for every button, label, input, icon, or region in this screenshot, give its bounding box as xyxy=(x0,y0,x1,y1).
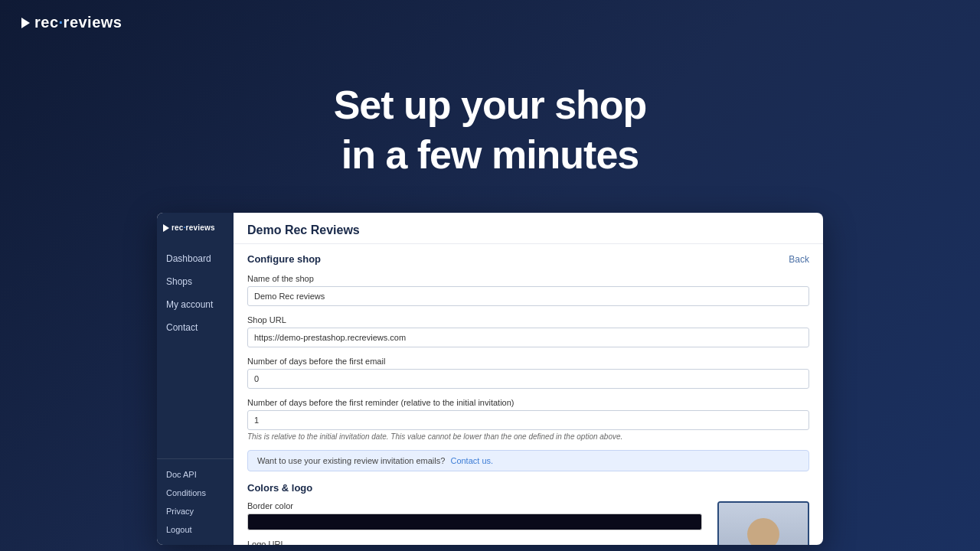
rec-label: rec xyxy=(34,14,59,31)
logo-url-group: Logo URL xyxy=(247,540,702,545)
colors-left: Border color Logo URL xyxy=(247,501,702,545)
days-reminder-group: Number of days before the first reminder… xyxy=(247,398,809,441)
play-icon xyxy=(21,18,30,28)
shop-url-label: Shop URL xyxy=(247,315,809,324)
info-banner: Want to use your existing review invitat… xyxy=(247,450,809,471)
sidebar-item-shops[interactable]: Shops xyxy=(157,270,234,293)
colors-section-title: Colors & logo xyxy=(247,482,809,494)
shop-url-group: Shop URL xyxy=(247,315,809,347)
days-first-email-label: Number of days before the first email xyxy=(247,357,809,366)
hero-section: Set up your shop in a few minutes xyxy=(0,80,980,180)
border-color-label: Border color xyxy=(247,501,702,510)
shop-name-group: Name of the shop xyxy=(247,274,809,306)
section-title: Configure shop xyxy=(247,253,321,265)
shop-name-label: Name of the shop xyxy=(247,274,809,283)
main-body: Configure shop Back Name of the shop Sho… xyxy=(234,244,823,545)
back-link[interactable]: Back xyxy=(789,254,809,265)
brand-logo: rec·reviews xyxy=(21,14,122,31)
sidebar-item-conditions[interactable]: Conditions xyxy=(157,484,234,502)
shop-url-input[interactable] xyxy=(247,328,809,347)
section-header: Configure shop Back xyxy=(247,253,809,265)
info-banner-text: Want to use your existing review invitat… xyxy=(257,456,445,465)
sidebar-item-my-account[interactable]: My account xyxy=(157,293,234,316)
sidebar-play-icon xyxy=(163,224,169,232)
sidebar-bottom: Doc API Conditions Privacy Logout xyxy=(157,458,234,545)
top-bar: rec·reviews xyxy=(0,0,980,45)
reminder-helper-text: This is relative to the initial invitati… xyxy=(247,432,809,441)
sidebar-item-dashboard[interactable]: Dashboard xyxy=(157,247,234,270)
logo-url-label: Logo URL xyxy=(247,540,702,545)
days-reminder-label: Number of days before the first reminder… xyxy=(247,398,809,407)
colors-logo-wrapper: Border color Logo URL xyxy=(247,501,809,545)
sidebar-item-doc-api[interactable]: Doc API xyxy=(157,465,234,484)
sidebar-item-contact[interactable]: Contact xyxy=(157,316,234,339)
sidebar: rec·reviews Dashboard Shops My account C… xyxy=(157,213,234,545)
sidebar-brand-name: rec·reviews xyxy=(172,223,215,232)
border-color-group: Border color xyxy=(247,501,702,530)
brand-name: rec·reviews xyxy=(34,14,122,31)
sidebar-logo: rec·reviews xyxy=(157,213,234,240)
border-color-swatch[interactable] xyxy=(247,514,702,530)
sidebar-item-privacy[interactable]: Privacy xyxy=(157,502,234,520)
sidebar-item-logout[interactable]: Logout xyxy=(157,520,234,539)
reviews-label: reviews xyxy=(64,14,122,31)
person-head xyxy=(747,518,779,545)
days-first-email-group: Number of days before the first email xyxy=(247,357,809,389)
logo-preview-container: 10.10.2023 - John D. xyxy=(717,501,809,545)
main-content: Demo Rec Reviews Configure shop Back Nam… xyxy=(234,213,823,545)
days-first-email-input[interactable] xyxy=(247,369,809,389)
person-silhouette xyxy=(719,503,808,545)
contact-link[interactable]: Contact us. xyxy=(450,456,493,465)
main-title: Demo Rec Reviews xyxy=(247,223,360,237)
app-window: rec·reviews Dashboard Shops My account C… xyxy=(157,213,823,545)
days-reminder-input[interactable] xyxy=(247,410,809,430)
shop-name-input[interactable] xyxy=(247,286,809,306)
hero-line1: Set up your shop xyxy=(0,80,980,130)
sidebar-nav: Dashboard Shops My account Contact xyxy=(157,240,234,458)
hero-line2: in a few minutes xyxy=(0,130,980,180)
logo-preview-box: 10.10.2023 - John D. xyxy=(717,501,809,545)
main-header: Demo Rec Reviews xyxy=(234,213,823,244)
